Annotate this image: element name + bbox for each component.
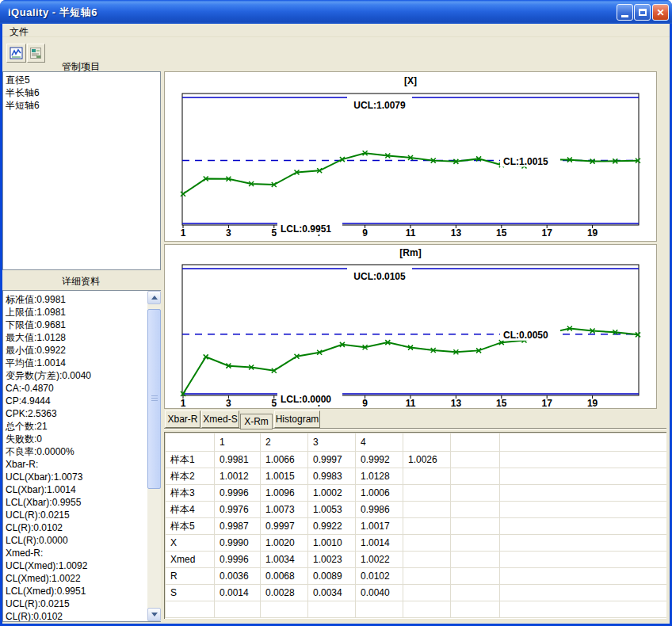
value-cell[interactable]: 0.9981 xyxy=(215,452,261,468)
value-cell[interactable]: 1.0128 xyxy=(356,468,403,485)
control-item[interactable]: 半短轴6 xyxy=(3,99,160,112)
row-label-cell[interactable]: 样本5 xyxy=(166,518,215,535)
value-cell[interactable]: 0.9976 xyxy=(215,502,261,518)
tab-xmed-s[interactable]: Xmed-S xyxy=(201,410,239,428)
detail-item[interactable]: 最小值:0.9922 xyxy=(3,344,147,357)
value-cell[interactable] xyxy=(500,468,667,485)
value-cell[interactable] xyxy=(451,568,500,585)
value-cell[interactable]: 0.9983 xyxy=(308,468,356,485)
detail-item[interactable]: LCL(Xmed):0.9951 xyxy=(3,585,147,597)
detail-item[interactable]: CL(Xbar):1.0014 xyxy=(3,483,147,496)
detail-item[interactable]: Xmed-R: xyxy=(3,547,147,559)
value-cell[interactable]: 0.9997 xyxy=(308,452,356,468)
row-label-cell[interactable]: Xmed xyxy=(166,552,215,568)
value-cell[interactable]: 0.9992 xyxy=(356,452,403,468)
detail-item[interactable]: 总个数:21 xyxy=(3,420,147,433)
value-cell[interactable] xyxy=(261,601,308,618)
value-cell[interactable] xyxy=(451,502,500,518)
value-cell[interactable]: 0.0068 xyxy=(261,568,308,585)
value-cell[interactable]: 1.0006 xyxy=(356,485,403,502)
value-cell[interactable] xyxy=(403,585,451,601)
value-cell[interactable]: 0.0034 xyxy=(308,585,356,601)
detail-item[interactable]: UCL(Xmed):1.0092 xyxy=(3,559,147,572)
detail-item[interactable]: 最大值:1.0128 xyxy=(3,331,147,344)
control-item[interactable]: 直径5 xyxy=(3,74,160,86)
value-cell[interactable]: 1.0022 xyxy=(356,552,403,568)
row-label-cell[interactable]: 样本1 xyxy=(166,452,215,468)
value-cell[interactable]: 0.9996 xyxy=(215,485,261,502)
value-cell[interactable]: 0.9996 xyxy=(215,552,261,568)
value-cell[interactable] xyxy=(500,452,667,468)
value-cell[interactable] xyxy=(500,585,667,601)
row-label-cell[interactable]: 样本3 xyxy=(166,485,215,502)
value-cell[interactable]: 1.0012 xyxy=(215,468,261,485)
row-label-cell[interactable]: R xyxy=(166,568,215,585)
value-cell[interactable]: 0.9987 xyxy=(215,518,261,535)
value-cell[interactable] xyxy=(451,452,500,468)
maximize-button[interactable] xyxy=(634,4,651,21)
value-cell[interactable] xyxy=(500,535,667,552)
close-button[interactable]: ✕ xyxy=(652,4,669,21)
value-cell[interactable] xyxy=(451,518,500,535)
value-cell[interactable]: 0.9922 xyxy=(308,518,356,535)
value-cell[interactable]: 1.0002 xyxy=(308,485,356,502)
value-cell[interactable]: 1.0053 xyxy=(308,502,356,518)
value-cell[interactable]: 0.0014 xyxy=(215,585,261,601)
detail-item[interactable]: 平均值:1.0014 xyxy=(3,357,147,369)
detail-item[interactable]: CL(R):0.0102 xyxy=(3,521,147,534)
value-cell[interactable] xyxy=(403,485,451,502)
detail-item[interactable]: Xbar-R: xyxy=(3,458,147,471)
value-cell[interactable]: 1.0066 xyxy=(261,452,308,468)
value-cell[interactable] xyxy=(215,601,261,618)
control-item[interactable]: 半长轴6 xyxy=(3,86,160,99)
value-cell[interactable]: 0.9997 xyxy=(261,518,308,535)
detail-item[interactable]: UCL(R):0.0215 xyxy=(3,509,147,521)
value-cell[interactable] xyxy=(403,568,451,585)
detail-item[interactable]: UCL(R):0.0215 xyxy=(3,597,147,610)
value-cell[interactable]: 0.0028 xyxy=(261,585,308,601)
value-cell[interactable]: 0.0036 xyxy=(215,568,261,585)
tab-x-rm[interactable]: X-Rm xyxy=(240,414,273,429)
menu-file[interactable]: 文件 xyxy=(2,24,35,39)
detail-item[interactable]: 变异数(方差):0.0040 xyxy=(3,369,147,382)
detail-item[interactable]: 标准值:0.9981 xyxy=(3,293,147,306)
scroll-thumb[interactable] xyxy=(147,309,161,489)
minimize-button[interactable] xyxy=(617,4,633,21)
detail-item[interactable]: CL(R):0.0102 xyxy=(3,610,147,621)
details-scrollbar[interactable] xyxy=(147,291,161,621)
value-cell[interactable]: 1.0026 xyxy=(403,452,451,468)
row-label-cell[interactable]: X xyxy=(166,535,215,552)
value-cell[interactable]: 0.9986 xyxy=(356,502,403,518)
row-label-cell[interactable]: 样本4 xyxy=(166,502,215,518)
value-cell[interactable]: 0.0040 xyxy=(356,585,403,601)
value-cell[interactable] xyxy=(451,468,500,485)
value-cell[interactable] xyxy=(500,485,667,502)
value-cell[interactable] xyxy=(403,601,451,618)
detail-item[interactable]: LCL(Xbar):0.9955 xyxy=(3,496,147,509)
scroll-down-button[interactable] xyxy=(147,608,161,621)
value-cell[interactable] xyxy=(500,601,667,618)
detail-item[interactable]: CPK:2.5363 xyxy=(3,407,147,420)
value-cell[interactable]: 1.0014 xyxy=(356,535,403,552)
tab-xbar-r[interactable]: Xbar-R xyxy=(165,410,200,428)
value-cell[interactable] xyxy=(451,585,500,601)
value-cell[interactable]: 0.0089 xyxy=(308,568,356,585)
value-cell[interactable]: 0.9990 xyxy=(215,535,261,552)
tab-histogram[interactable]: Histogram xyxy=(274,410,320,428)
detail-item[interactable]: CL(Xmed):1.0022 xyxy=(3,572,147,585)
value-cell[interactable]: 1.0096 xyxy=(261,485,308,502)
value-cell[interactable] xyxy=(500,518,667,535)
detail-item[interactable]: 上限值:1.0981 xyxy=(3,306,147,319)
value-cell[interactable]: 0.0102 xyxy=(356,568,403,585)
detail-item[interactable]: LCL(R):0.0000 xyxy=(3,534,147,547)
value-cell[interactable] xyxy=(403,502,451,518)
detail-item[interactable]: CA:-0.4870 xyxy=(3,382,147,395)
row-label-cell[interactable]: 样本2 xyxy=(166,468,215,485)
control-items-list[interactable]: 直径5半长轴6半短轴6 xyxy=(2,71,161,270)
details-list[interactable]: 标准值:0.9981上限值:1.0981下限值:0.9681最大值:1.0128… xyxy=(2,290,161,622)
value-cell[interactable] xyxy=(403,552,451,568)
value-cell[interactable] xyxy=(451,552,500,568)
detail-item[interactable]: 下限值:0.9681 xyxy=(3,319,147,331)
title-bar[interactable]: iQuality - 半短轴6 ✕ xyxy=(0,0,672,24)
value-cell[interactable] xyxy=(500,552,667,568)
